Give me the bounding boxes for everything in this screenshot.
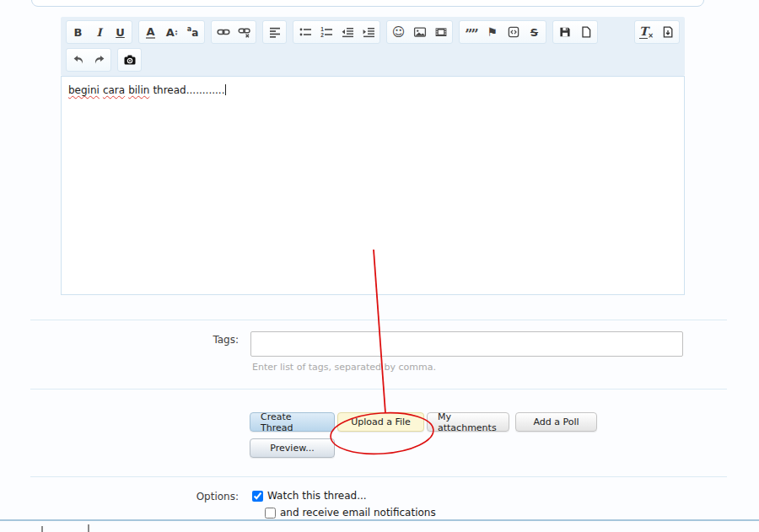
email-notification-option: and receive email notifications (265, 507, 436, 519)
redo-icon (93, 53, 106, 67)
font-family-icon: aa (187, 26, 199, 39)
svg-text:1: 1 (320, 26, 324, 32)
code-page-icon (507, 25, 520, 39)
numbered-list-button[interactable]: 1 2 (315, 22, 336, 42)
remove-formatting-button[interactable]: T× (636, 22, 657, 42)
numbered-list-icon: 1 2 (320, 25, 333, 39)
email-notification-label: and receive email notifications (280, 507, 436, 519)
remove-formatting-icon: T× (639, 24, 654, 40)
font-size-arrows-icon: ▴▾ (175, 29, 178, 35)
undo-icon (72, 53, 85, 67)
email-notification-checkbox[interactable] (265, 508, 276, 519)
align-left-icon (268, 25, 282, 39)
text-caret (225, 84, 226, 95)
underline-button[interactable]: U (110, 22, 131, 42)
media-group: ☺ (386, 20, 453, 44)
link-group (211, 20, 256, 44)
insert-media-button[interactable] (430, 22, 451, 42)
insert-link-button[interactable] (213, 22, 234, 42)
tags-help-text: Enter list of tags, separated by comma. (252, 362, 436, 373)
smilies-button[interactable]: ☺ (388, 22, 409, 42)
unlink-icon (238, 25, 251, 39)
link-icon (217, 25, 230, 39)
watch-thread-checkbox[interactable] (252, 491, 263, 502)
outdent-button[interactable] (336, 22, 358, 42)
image-icon (413, 25, 427, 39)
insert-image-button[interactable] (409, 22, 430, 42)
thread-title-input[interactable] (31, 0, 704, 7)
underline-icon: U (116, 26, 125, 39)
text-color-button[interactable]: A (140, 22, 161, 42)
align-group (262, 20, 287, 44)
misspelled-word: bilin (128, 84, 149, 96)
add-poll-button[interactable]: Add a Poll (515, 412, 597, 432)
smiley-icon: ☺ (392, 24, 406, 40)
watch-thread-label: Watch this thread... (267, 490, 367, 502)
unlink-button[interactable] (234, 22, 255, 42)
draft-group (552, 20, 598, 44)
rich-text-editor: B I U A A ▴▾ aa (61, 17, 685, 295)
section-divider (0, 519, 759, 521)
redo-button[interactable] (89, 50, 110, 70)
italic-button[interactable]: I (89, 22, 110, 42)
list-group: 1 2 (293, 20, 380, 44)
font-group: A A ▴▾ aa (138, 20, 205, 44)
toggle-bbcode-icon (661, 25, 675, 39)
misspelled-word: begini (68, 84, 100, 96)
flag-icon: ⚑ (487, 25, 498, 39)
message-body-editor[interactable]: beginicarabilinthread............ (61, 76, 685, 295)
toolbar-row-2 (66, 48, 680, 72)
italic-icon: I (96, 26, 101, 39)
camera-icon (123, 53, 137, 67)
my-attachments-button[interactable]: My attachments (427, 412, 509, 432)
spoiler-button[interactable]: ⚑ (482, 22, 503, 42)
svg-text:2: 2 (320, 32, 324, 38)
editor-toolbar: B I U A A ▴▾ aa (61, 17, 685, 76)
font-family-button[interactable]: aa (182, 22, 203, 42)
font-size-button[interactable]: A ▴▾ (161, 22, 182, 42)
watch-thread-option: Watch this thread... (252, 490, 367, 502)
upload-file-button[interactable]: Upload a File (337, 412, 424, 432)
strikethrough-icon: S (530, 26, 538, 39)
indent-button[interactable] (358, 22, 379, 42)
separator (30, 476, 727, 477)
misspelled-word: cara (103, 84, 125, 96)
bold-button[interactable]: B (67, 22, 89, 42)
bullet-list-button[interactable] (294, 22, 315, 42)
quote-icon: ”” (465, 25, 476, 39)
tags-input[interactable] (250, 331, 683, 357)
delete-draft-button[interactable] (575, 22, 596, 42)
options-label: Options: (126, 491, 239, 502)
clipped-text-fragment (88, 524, 89, 532)
alignment-button[interactable] (264, 22, 285, 42)
outdent-icon (341, 25, 354, 39)
toggle-editor-button[interactable] (657, 22, 678, 42)
preview-button[interactable]: Preview... (250, 438, 335, 458)
quote-button[interactable]: ”” (460, 22, 482, 42)
font-size-icon: A (166, 26, 175, 39)
block-group: ”” ⚑ S (459, 20, 546, 44)
toolbar-row-1: B I U A A ▴▾ aa (66, 20, 680, 44)
bold-icon: B (74, 26, 83, 39)
undo-button[interactable] (67, 50, 89, 70)
strikethrough-button[interactable]: S (524, 22, 545, 42)
clipped-text-fragment (41, 526, 43, 532)
create-thread-button[interactable]: Create Thread (250, 412, 335, 432)
separator (30, 389, 727, 390)
blank-page-icon (579, 25, 593, 39)
format-group: B I U (66, 20, 132, 44)
indent-icon (362, 25, 375, 39)
text-color-icon: A (146, 26, 154, 39)
separator (30, 320, 727, 320)
code-button[interactable] (503, 22, 524, 42)
film-icon (434, 25, 448, 39)
floppy-disk-icon (558, 25, 572, 39)
history-group (66, 48, 111, 72)
capture-group (117, 48, 142, 72)
bullet-list-icon (299, 25, 312, 39)
utility-group: T× (634, 20, 680, 44)
save-draft-button[interactable] (554, 22, 575, 42)
tags-label: Tags: (126, 334, 239, 346)
editor-text: thread............ (153, 84, 224, 96)
camera-button[interactable] (119, 50, 140, 70)
